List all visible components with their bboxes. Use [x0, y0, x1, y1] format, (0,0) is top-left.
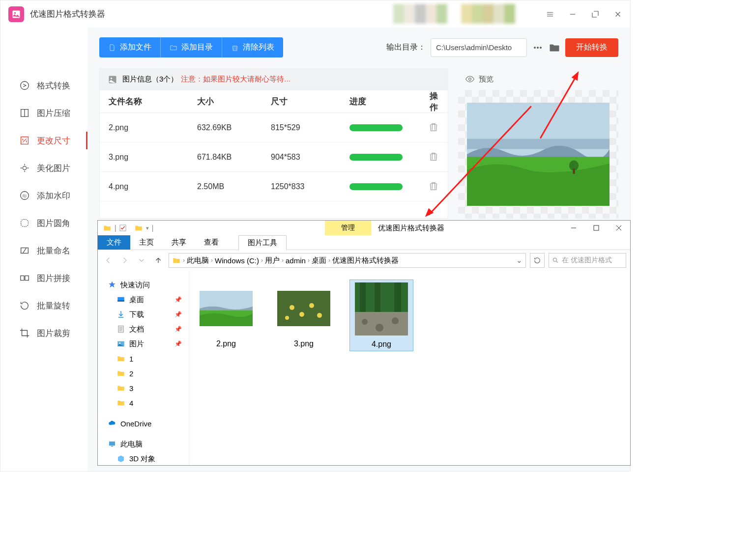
- sidebar-item-merge[interactable]: 图片拼接: [0, 264, 87, 292]
- sidebar-item-crop[interactable]: 图片裁剪: [0, 319, 87, 347]
- table-row[interactable]: 3.png 671.84KB 904*583: [100, 142, 448, 172]
- sidebar-item-rename[interactable]: 批量命名: [0, 237, 87, 264]
- resize-icon: [19, 135, 30, 146]
- svg-point-15: [469, 78, 471, 81]
- file-item[interactable]: 4.png: [349, 280, 413, 351]
- manage-tab[interactable]: 管理: [325, 221, 371, 235]
- more-icon[interactable]: [532, 42, 544, 54]
- svg-rect-30: [111, 446, 114, 447]
- start-button[interactable]: 开始转换: [565, 38, 618, 57]
- table-row[interactable]: 2.png 632.69KB 815*529: [100, 113, 448, 142]
- tree-folder[interactable]: 4: [108, 395, 189, 410]
- ex-maximize-icon[interactable]: [585, 221, 608, 235]
- tree-3d[interactable]: 3D 对象: [108, 451, 189, 465]
- tree-onedrive[interactable]: OneDrive: [108, 416, 189, 431]
- chevron-down-icon[interactable]: ⌄: [516, 256, 523, 265]
- ribbon-view[interactable]: 查看: [195, 235, 228, 250]
- svg-point-23: [553, 258, 556, 261]
- cell-dim: 904*583: [271, 153, 349, 162]
- eye-icon: [465, 74, 475, 84]
- minimize-icon[interactable]: [568, 10, 577, 19]
- tree-desktop[interactable]: 桌面📌: [108, 292, 189, 307]
- tree-label: 此电脑: [120, 440, 143, 449]
- folder-icon[interactable]: [134, 224, 143, 232]
- crumb[interactable]: 用户: [265, 256, 280, 265]
- check-icon[interactable]: [118, 224, 127, 232]
- btn-label: 清除列表: [243, 42, 274, 53]
- sidebar-item-label: 图片拼接: [37, 273, 70, 284]
- menu-icon[interactable]: [546, 10, 554, 19]
- folder-icon: [103, 224, 112, 232]
- btn-label: 添加目录: [181, 42, 213, 53]
- file-item[interactable]: 3.png: [272, 280, 336, 350]
- file-item[interactable]: 2.png: [194, 280, 258, 350]
- tree-folder[interactable]: 1: [108, 351, 189, 366]
- sidebar-item-label: 图片圆角: [37, 218, 70, 229]
- sidebar-item-compress[interactable]: 图片压缩: [0, 99, 87, 127]
- output-dir-input[interactable]: [431, 38, 527, 57]
- sidebar-item-format[interactable]: 格式转换: [0, 72, 87, 99]
- trash-icon[interactable]: [428, 121, 439, 132]
- ribbon-home[interactable]: 主页: [130, 235, 163, 250]
- crumb[interactable]: Windows (C:): [215, 256, 259, 265]
- tree-folder[interactable]: 2: [108, 366, 189, 381]
- crumb[interactable]: 此电脑: [187, 256, 209, 265]
- crumb[interactable]: 桌面: [312, 256, 326, 265]
- ribbon-picture-tools[interactable]: 图片工具: [238, 235, 287, 251]
- back-icon[interactable]: [102, 254, 115, 267]
- add-file-button[interactable]: 添加文件: [99, 37, 160, 57]
- svg-rect-17: [467, 139, 610, 149]
- sidebar-item-resize[interactable]: 更改尺寸: [0, 127, 87, 154]
- sidebar-item-beautify[interactable]: 美化图片: [0, 154, 87, 182]
- sidebar-item-label: 更改尺寸: [37, 135, 70, 146]
- trash-icon[interactable]: [428, 180, 439, 191]
- stamp-icon: 印: [19, 190, 30, 201]
- ex-close-icon[interactable]: [608, 221, 630, 235]
- tree-label: 3: [129, 384, 133, 392]
- add-dir-button[interactable]: 添加目录: [160, 37, 222, 57]
- sidebar-item-label: 添加水印: [37, 190, 70, 201]
- cell-dim: 815*529: [271, 123, 349, 132]
- trash-icon[interactable]: [428, 151, 439, 162]
- preview-label: 预览: [479, 75, 494, 84]
- output-dir-label: 输出目录：: [386, 42, 426, 53]
- ribbon-share[interactable]: 共享: [163, 235, 195, 250]
- forward-icon[interactable]: [118, 254, 131, 267]
- history-icon[interactable]: [135, 254, 148, 267]
- tree-thispc[interactable]: 此电脑: [108, 437, 189, 451]
- sidebar-item-watermark[interactable]: 印添加水印: [0, 182, 87, 209]
- progress-bar: [349, 183, 403, 190]
- nav-bar: › 此电脑› Windows (C:)› 用户› admin› 桌面› 优速图片…: [98, 250, 630, 271]
- tree-quick-access[interactable]: 快速访问: [108, 278, 189, 292]
- sidebar-item-rotate[interactable]: 批量旋转: [0, 292, 87, 319]
- rename-icon: [19, 245, 30, 256]
- ribbon-file[interactable]: 文件: [98, 235, 130, 250]
- ex-minimize-icon[interactable]: [562, 221, 585, 235]
- table-row[interactable]: 4.png 2.50MB 1250*833: [100, 172, 448, 201]
- crumb[interactable]: admin: [286, 256, 306, 265]
- search-input[interactable]: 在 优速图片格式: [549, 253, 626, 268]
- tree-folder[interactable]: 3: [108, 381, 189, 395]
- file-name: 4.png: [372, 340, 391, 349]
- cell-size: 671.84KB: [197, 153, 271, 162]
- svg-point-3: [23, 166, 26, 169]
- svg-rect-6: [21, 220, 29, 227]
- tree-download[interactable]: 下载📌: [108, 307, 189, 322]
- tree-pics[interactable]: 图片📌: [108, 336, 189, 351]
- svg-point-34: [290, 305, 294, 310]
- svg-point-45: [376, 324, 383, 332]
- clear-button[interactable]: 清除列表: [222, 37, 283, 57]
- svg-rect-8: [21, 276, 24, 280]
- open-folder-icon[interactable]: [549, 42, 560, 54]
- sidebar-item-round[interactable]: 图片圆角: [0, 209, 87, 237]
- close-icon[interactable]: [613, 10, 622, 19]
- up-icon[interactable]: [152, 254, 165, 267]
- file-table: 图片信息（3个） 注意：如果图片较大请耐心等待... 文件名称 大小 尺寸 进度…: [99, 68, 448, 219]
- refresh-icon[interactable]: [530, 253, 545, 268]
- svg-point-11: [537, 47, 538, 48]
- breadcrumb[interactable]: › 此电脑› Windows (C:)› 用户› admin› 桌面› 优速图片…: [169, 253, 526, 268]
- tree-docs[interactable]: 文档📌: [108, 322, 189, 336]
- crumb[interactable]: 优速图片格式转换器: [332, 256, 399, 265]
- maximize-icon[interactable]: [591, 10, 600, 19]
- svg-rect-25: [117, 301, 124, 302]
